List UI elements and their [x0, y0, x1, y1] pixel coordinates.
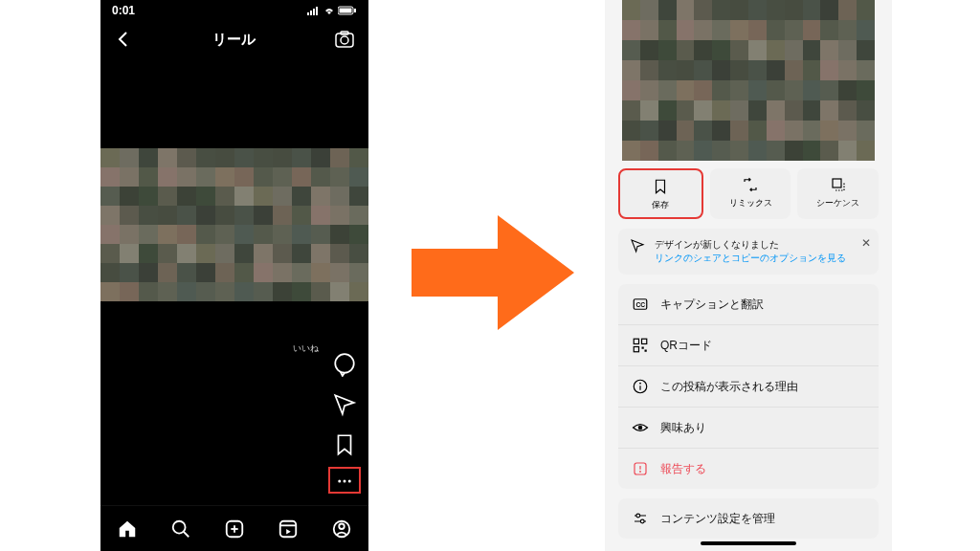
status-time: 0:01 — [112, 4, 135, 17]
svg-rect-29 — [642, 347, 644, 349]
qr-icon — [632, 337, 649, 354]
svg-line-15 — [184, 531, 189, 537]
remix-label: リミックス — [729, 197, 772, 209]
remix-icon — [742, 176, 759, 193]
bottom-nav — [100, 505, 368, 551]
close-icon[interactable]: ✕ — [861, 236, 871, 250]
svg-point-37 — [639, 471, 641, 473]
comment-icon[interactable] — [332, 352, 357, 377]
nav-reels-icon[interactable] — [278, 518, 299, 540]
phone-left: 0:01 リール いいね — [100, 0, 368, 551]
cc-icon: CC — [632, 296, 649, 313]
sequence-button[interactable]: シーケンス — [797, 168, 879, 219]
menu-content-settings[interactable]: コンテンツ設定を管理 — [618, 498, 879, 539]
svg-rect-27 — [642, 339, 647, 343]
menu-group-1: CC キャプションと翻訳 QRコード この投稿が表示される理由 興味あり 報告す… — [618, 284, 879, 489]
svg-rect-3 — [316, 7, 318, 15]
sliders-icon — [632, 510, 649, 527]
eye-icon — [632, 419, 649, 436]
menu-label: キャプションと翻訳 — [660, 297, 764, 313]
svg-rect-23 — [833, 179, 841, 187]
menu-report[interactable]: 報告する — [618, 449, 879, 489]
nav-profile-icon[interactable] — [331, 518, 352, 540]
status-indicators — [307, 6, 357, 15]
signal-icon — [307, 6, 321, 15]
menu-label: 報告する — [660, 461, 706, 477]
action-card-row: 保存 リミックス シーケンス — [618, 168, 879, 219]
send-icon — [630, 238, 645, 253]
status-bar: 0:01 — [100, 0, 368, 21]
back-icon[interactable] — [114, 30, 133, 49]
menu-group-2: コンテンツ設定を管理 — [618, 498, 879, 539]
menu-label: 興味あり — [660, 420, 706, 436]
svg-text:CC: CC — [636, 301, 646, 308]
report-icon — [632, 460, 649, 477]
save-label: 保存 — [652, 199, 669, 211]
svg-point-10 — [335, 354, 354, 373]
remix-button[interactable]: リミックス — [710, 168, 791, 219]
svg-rect-5 — [340, 9, 352, 13]
bookmark-icon — [652, 178, 669, 195]
header-title: リール — [212, 31, 256, 49]
menu-label: コンテンツ設定を管理 — [660, 511, 775, 527]
more-highlight-box — [328, 467, 361, 494]
banner-text: デザインが新しくなりました — [655, 238, 846, 252]
home-indicator — [701, 541, 796, 545]
svg-point-14 — [173, 520, 186, 533]
menu-qr-code[interactable]: QRコード — [618, 325, 879, 366]
svg-rect-1 — [310, 11, 312, 15]
svg-rect-26 — [634, 339, 638, 343]
svg-point-8 — [341, 36, 348, 44]
svg-rect-30 — [645, 350, 647, 352]
share-icon[interactable] — [332, 392, 357, 417]
svg-rect-28 — [634, 347, 638, 352]
design-update-banner: デザインが新しくなりました リンクのシェアとコピーのオプションを見る ✕ — [618, 229, 879, 275]
action-sheet: 保存 リミックス シーケンス デザインが新しくなりました リンクのシェアとコピー… — [605, 168, 892, 539]
nav-home-icon[interactable] — [117, 518, 138, 540]
menu-label: QRコード — [660, 338, 712, 354]
menu-label: この投稿が表示される理由 — [660, 379, 798, 395]
video-content-mosaic — [100, 148, 368, 301]
menu-caption-translation[interactable]: CC キャプションと翻訳 — [618, 284, 879, 325]
svg-point-33 — [639, 383, 641, 385]
camera-icon[interactable] — [334, 29, 355, 50]
svg-point-41 — [640, 519, 644, 523]
nav-search-icon[interactable] — [170, 518, 191, 540]
banner-link[interactable]: リンクのシェアとコピーのオプションを見る — [655, 252, 846, 265]
menu-interested[interactable]: 興味あり — [618, 408, 879, 449]
save-button[interactable]: 保存 — [618, 168, 703, 219]
svg-point-34 — [638, 426, 643, 430]
wifi-icon — [323, 6, 336, 15]
info-icon — [632, 378, 649, 395]
nav-create-icon[interactable] — [224, 518, 245, 540]
likes-label: いいね — [293, 342, 319, 355]
svg-rect-2 — [313, 9, 315, 15]
bookmark-icon[interactable] — [332, 432, 357, 457]
svg-point-22 — [339, 523, 345, 529]
sequence-label: シーケンス — [816, 197, 859, 209]
battery-icon — [338, 6, 357, 15]
svg-rect-0 — [307, 12, 309, 15]
svg-point-39 — [636, 514, 640, 518]
video-content-mosaic-right — [622, 0, 875, 161]
sequence-icon — [830, 176, 847, 193]
action-sheet-panel: 保存 リミックス シーケンス デザインが新しくなりました リンクのシェアとコピー… — [605, 0, 892, 551]
arrow-icon — [412, 210, 574, 335]
svg-rect-19 — [280, 520, 297, 537]
svg-rect-7 — [336, 33, 353, 47]
svg-rect-6 — [354, 9, 356, 12]
menu-why-seeing[interactable]: この投稿が表示される理由 — [618, 366, 879, 408]
header: リール — [100, 21, 368, 57]
